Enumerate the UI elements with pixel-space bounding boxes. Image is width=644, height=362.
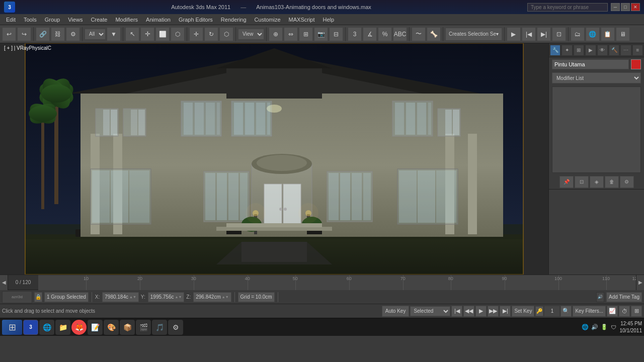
taskbar-media[interactable]: 🎬 bbox=[136, 320, 151, 335]
pivot-btn[interactable]: ⊕ bbox=[269, 27, 283, 41]
taskbar-explorer[interactable]: 🌐 bbox=[39, 320, 54, 335]
bind-button[interactable]: ⚙ bbox=[66, 27, 80, 41]
layers-btn[interactable]: 🗂 bbox=[571, 27, 585, 41]
modifier-stack[interactable] bbox=[552, 86, 641, 173]
minimize-button[interactable]: ─ bbox=[611, 3, 620, 11]
unlink-button[interactable]: ⛓ bbox=[51, 27, 65, 41]
percent-snap-btn[interactable]: % bbox=[378, 27, 392, 41]
lasso-select-button[interactable]: ⬡ bbox=[171, 27, 185, 41]
utility-tab[interactable]: 🔨 bbox=[609, 45, 619, 56]
filter-btn[interactable]: 🔍 bbox=[560, 306, 572, 317]
display-tab[interactable]: 👁 bbox=[597, 45, 608, 56]
taskbar-3dsmax[interactable]: 3 bbox=[23, 320, 38, 335]
modifier-list-dropdown[interactable]: Modifier List bbox=[552, 72, 641, 83]
taskbar-archive[interactable]: 📦 bbox=[120, 320, 135, 335]
make-unique-btn[interactable]: ◈ bbox=[590, 176, 604, 188]
color-swatch[interactable] bbox=[631, 59, 641, 69]
menu-edit[interactable]: Edit bbox=[2, 16, 20, 24]
key-icon[interactable]: 🔑 bbox=[535, 306, 543, 316]
maximize-button[interactable]: □ bbox=[621, 3, 630, 11]
extra-tab2[interactable]: ≡ bbox=[632, 45, 643, 56]
mirror-btn[interactable]: ⇔ bbox=[284, 27, 298, 41]
select-move-button[interactable]: ✛ bbox=[140, 27, 154, 41]
mode-btn[interactable]: ⊡ bbox=[552, 27, 566, 41]
configure-btn[interactable]: ⚙ bbox=[620, 176, 634, 188]
timeline-ruler[interactable]: 10 20 30 40 50 60 70 80 90 100 110 120 bbox=[38, 275, 636, 290]
create-tab[interactable]: ✦ bbox=[561, 45, 572, 56]
search-input[interactable] bbox=[527, 3, 608, 12]
next-key-btn[interactable]: ▶| bbox=[537, 27, 551, 41]
angle-snap-btn[interactable]: ∡ bbox=[363, 27, 377, 41]
x-coord[interactable]: 7980.184c ▲▼ bbox=[102, 292, 139, 302]
taskbar-settings[interactable]: ⚙ bbox=[168, 320, 183, 335]
number-btn[interactable]: 3 bbox=[348, 27, 362, 41]
pin-stack-button[interactable]: 📌 bbox=[559, 176, 574, 188]
z-coord[interactable]: 296.842cm ▲▼ bbox=[193, 292, 231, 302]
timeline-scroll-right[interactable]: ▶ bbox=[636, 275, 644, 290]
menu-graph-editors[interactable]: Graph Editors bbox=[175, 16, 217, 24]
align-btn[interactable]: ⊞ bbox=[299, 27, 313, 41]
selected-dropdown[interactable]: Selected All Custom bbox=[410, 306, 450, 316]
spinner-snap-btn[interactable]: ABC bbox=[393, 27, 407, 41]
tray-security[interactable]: 🛡 bbox=[610, 323, 618, 331]
show-end-result-btn[interactable]: ⊡ bbox=[575, 176, 589, 188]
menu-maxscript[interactable]: MAXScript bbox=[285, 16, 319, 24]
close-button[interactable]: ✕ bbox=[631, 3, 640, 11]
speaker-icon[interactable]: 🔊 bbox=[596, 292, 604, 302]
taskbar-music[interactable]: 🎵 bbox=[152, 320, 167, 335]
tray-battery[interactable]: 🔋 bbox=[600, 323, 608, 331]
modify-tab[interactable]: 🔧 bbox=[550, 45, 560, 56]
menu-views[interactable]: Views bbox=[64, 16, 87, 24]
motion-tab[interactable]: ▶ bbox=[585, 45, 596, 56]
go-to-end-btn[interactable]: ▶| bbox=[500, 306, 511, 317]
properties-btn[interactable]: 📋 bbox=[601, 27, 615, 41]
scene-btn[interactable]: 🌐 bbox=[586, 27, 600, 41]
bone-btn[interactable]: 🦴 bbox=[427, 27, 441, 41]
time-config-btn[interactable]: ⏱ bbox=[619, 306, 630, 317]
select-filter-btn[interactable]: ▼ bbox=[107, 27, 121, 41]
go-to-start-btn[interactable]: |◀ bbox=[451, 306, 462, 317]
remove-modifier-btn[interactable]: 🗑 bbox=[605, 176, 619, 188]
add-time-tag-btn[interactable]: Add Time Tag bbox=[606, 292, 642, 302]
prev-key-btn[interactable]: |◀ bbox=[522, 27, 536, 41]
menu-modifiers[interactable]: Modifiers bbox=[111, 16, 142, 24]
object-name-input[interactable] bbox=[552, 59, 629, 69]
menu-customize[interactable]: Customize bbox=[251, 16, 285, 24]
set-key-button[interactable]: Set Key bbox=[512, 306, 534, 317]
taskbar-notepad[interactable]: 📝 bbox=[88, 320, 103, 335]
viewport[interactable]: [ + ] | VRayPhysicalC bbox=[0, 43, 548, 275]
region-select-button[interactable]: ⬜ bbox=[155, 27, 170, 41]
key-filters-button[interactable]: Key Filters... bbox=[573, 306, 606, 317]
tray-volume[interactable]: 🔊 bbox=[591, 323, 599, 331]
start-button[interactable]: ⊞ bbox=[2, 320, 22, 335]
timeline-scroll-left[interactable]: ◀ bbox=[0, 275, 8, 290]
prev-frame-btn[interactable]: ◀◀ bbox=[463, 306, 474, 317]
play-btn[interactable]: ▶ bbox=[475, 306, 487, 317]
menu-animation[interactable]: Animation bbox=[142, 16, 175, 24]
system-clock[interactable]: 12:45 PM 10/1/2011 bbox=[620, 320, 642, 334]
redo-button[interactable]: ↪ bbox=[17, 27, 31, 41]
layer-select[interactable]: All bbox=[85, 29, 106, 40]
menu-create[interactable]: Create bbox=[87, 16, 111, 24]
viewport-layout-btn[interactable]: ⊞ bbox=[631, 306, 642, 317]
undo-button[interactable]: ↩ bbox=[2, 27, 16, 41]
taskbar-paint[interactable]: 🎨 bbox=[104, 320, 119, 335]
menu-tools[interactable]: Tools bbox=[20, 16, 41, 24]
menu-group[interactable]: Group bbox=[41, 16, 64, 24]
selection-set-btn[interactable]: Creates Selection Se▾ bbox=[445, 28, 502, 41]
mini-curve-editor[interactable]: 📈 bbox=[607, 306, 618, 317]
render-btn[interactable]: 🖥 bbox=[616, 27, 630, 41]
menu-help[interactable]: Help bbox=[319, 16, 339, 24]
menu-rendering[interactable]: Rendering bbox=[217, 16, 251, 24]
snapshot-btn[interactable]: 📷 bbox=[314, 27, 328, 41]
auto-key-button[interactable]: Auto Key bbox=[382, 306, 410, 317]
next-frame-btn[interactable]: ▶▶ bbox=[488, 306, 499, 317]
extra-tab[interactable]: ⋯ bbox=[620, 45, 631, 56]
select-button[interactable]: ↖ bbox=[125, 27, 139, 41]
reference-coord-select[interactable]: View bbox=[238, 29, 264, 40]
move-button[interactable]: ✛ bbox=[189, 27, 203, 41]
link-button[interactable]: 🔗 bbox=[36, 27, 50, 41]
scale-button[interactable]: ⬡ bbox=[219, 27, 233, 41]
y-coord[interactable]: 1995.756c ▲▼ bbox=[148, 292, 185, 302]
rotate-button[interactable]: ↻ bbox=[204, 27, 218, 41]
